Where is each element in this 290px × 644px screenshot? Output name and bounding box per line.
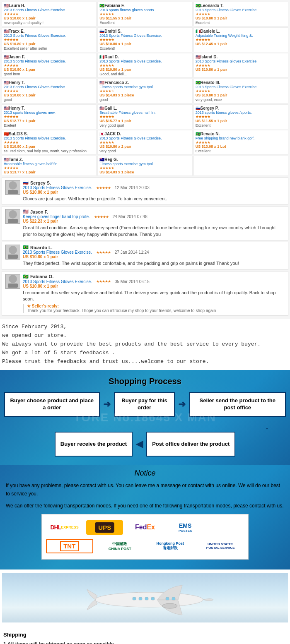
process-row-2: Post office deliver the product ◀ Buyer … xyxy=(4,432,286,457)
reviewer-name: Island D. xyxy=(201,55,218,59)
review-item: 🇺🇸Tracx E. 2013 Sports Fitness Gloves Ex… xyxy=(2,27,97,52)
intro-line5: Please trust the feedbacks and trust us.… xyxy=(2,358,288,366)
reviewer-flag: 🇯🇵 xyxy=(99,132,104,136)
product-name: Adjustable Training Weightlifting &. xyxy=(196,34,286,38)
review-item: 🇺🇸Laura H. 2013 Sports Fitness Gloves Ex… xyxy=(2,2,97,26)
large-review-fabiana: 🇧🇷 Fabiana O. 2013 Sports Fitness Gloves… xyxy=(2,271,288,316)
avatar xyxy=(5,180,20,195)
dhl-logo: DHL EXPRESS xyxy=(46,520,83,535)
review-item: 🇧🇷Renato III. 2013 Sports Fitness Gloves… xyxy=(193,79,288,103)
review-content: 🇧🇷 Ricardo L. 2013 Sports Fitness Gloves… xyxy=(23,245,285,267)
review-text: Exelent xyxy=(4,123,94,127)
reviewer-flag: 🇧🇷 xyxy=(99,3,104,8)
arrow-right-2: ➜ xyxy=(178,399,186,410)
review-text: good item xyxy=(4,72,94,76)
price: US $10.80 x 1 pair xyxy=(196,93,286,97)
reviewer-flag: 🇺🇸 xyxy=(4,29,9,34)
review-content: 🇷🇺 Sergey S. 2013 Sports Fitness Gloves … xyxy=(23,180,285,202)
reviews-section: 🇺🇸Laura H. 2013 Sports Fitness Gloves Ex… xyxy=(0,0,290,319)
reviewer-flag: 🇧🇷 xyxy=(23,245,29,250)
intro-line2: we opened our store. xyxy=(2,332,288,340)
stars: ★★★★★ xyxy=(4,12,94,16)
price: US $14.03 x 1 piece xyxy=(99,170,190,174)
notice-title: Notice xyxy=(6,469,284,478)
stars: ★★★★★ xyxy=(4,166,94,170)
reviewer-name: Gail L. xyxy=(104,106,117,111)
usps-logo: UNITED STATES POSTAL SERVICE xyxy=(197,539,244,553)
stars: ★★★★★ xyxy=(4,140,94,144)
shopping-process-section: TORE No.18645 X MAN Shopping Process Buy… xyxy=(0,370,290,465)
intro-text: Since February 2013, we opened our store… xyxy=(0,319,290,370)
reviewer-name: Francisco Z. xyxy=(104,80,129,85)
large-review-ricardo: 🇧🇷 Ricardo L. 2013 Sports Fitness Gloves… xyxy=(2,242,288,269)
product-name: 2013 sports fitness gloves new. xyxy=(4,111,94,115)
review-item: 🇧🇷Renato N. Free shipping brand new blan… xyxy=(193,130,288,155)
reviewer-name: Leonardo T. xyxy=(201,3,224,8)
stars: ★★★★★ xyxy=(196,140,286,144)
review-item: 🇲🇽Raul D. 2013 Sports Fitness Gloves Exe… xyxy=(97,53,192,78)
price: US $10.80 x 1 pair xyxy=(23,190,285,195)
svg-rect-1 xyxy=(133,597,136,600)
reviewer-name: JACK D. xyxy=(104,132,121,136)
process-box-4: Post office deliver the product xyxy=(146,432,235,457)
review-content: 🇺🇸 Jason F. Keeper gloves finger band to… xyxy=(23,209,285,238)
product-name: 2013 Sports Fitness Gloves Exercise. xyxy=(4,34,94,38)
notice-text-2: We can offer the following transportatio… xyxy=(6,502,284,510)
intro-line1: Since February 2013, xyxy=(2,323,288,332)
stars: ★★★★★ xyxy=(196,115,286,119)
reply-label: ★ Seller's reply: xyxy=(27,304,59,308)
price: US $11.55 x 1 pair xyxy=(196,119,286,123)
review-item: 🇺🇸Jason F. 2013 Sports Fitness Gloves Ex… xyxy=(2,53,97,78)
review-text: very good, exce xyxy=(196,98,286,102)
ems-logo: EMS POSTEX xyxy=(167,520,204,535)
price: US $12.77 x 1 pair xyxy=(4,119,94,123)
reviewer-name: Jason F. xyxy=(9,55,25,59)
reviewer-flag: 🇷🇺 xyxy=(23,180,29,185)
reviewer-name: Sergey S. xyxy=(30,180,51,185)
reviewer-flag: 🇧🇷 xyxy=(23,274,29,279)
review-text: sell red cloth, real help you, worth, ve… xyxy=(4,149,94,153)
product-name: Breathable Fitness gloves half fin. xyxy=(99,111,190,115)
svg-rect-5 xyxy=(166,597,169,600)
reviews-grid: 🇺🇸Laura H. 2013 Sports Fitness Gloves Ex… xyxy=(2,2,288,176)
intro-line3: We always want to provide the best produ… xyxy=(2,340,288,349)
stars: ★★★★★ xyxy=(99,63,190,67)
price: US $22.23 x 1 pair xyxy=(23,219,285,223)
product-name: 2013 Sports Fitness Gloves Exercise. xyxy=(23,279,92,284)
review-text: Excellent seller after seller xyxy=(4,46,94,50)
review-item: 🇷🇺Dmitri S. 2013 Sports Fitness Gloves E… xyxy=(97,27,192,52)
process-box-2: Buyer pay for this order xyxy=(114,392,175,417)
review-item xyxy=(193,156,288,176)
reviewer-name: Fabiana F. xyxy=(104,3,124,8)
reviewer-flag: 🇧🇷 xyxy=(196,80,201,85)
fedex-logo: FedEx xyxy=(126,520,163,535)
product-name: 2013 sports fitness gloves sports. xyxy=(99,8,190,12)
review-date: 27 Jan 2014 11:24 xyxy=(115,250,149,255)
reviewer-name: Laura H. xyxy=(9,3,25,8)
product-name: 2013 Sports Fitness Gloves Exercise. xyxy=(4,59,94,63)
large-review-sergey: 🇷🇺 Sergey S. 2013 Sports Fitness Gloves … xyxy=(2,177,288,205)
stars: ★★★★★ xyxy=(196,89,286,93)
price: US $10.80 x 1 pair xyxy=(4,93,94,97)
reviewer-name: Henry T. xyxy=(9,106,25,111)
shipping-logos-row2: TNT 中国邮政 CHINA POST Hongkong Post 香港郵政 U… xyxy=(46,539,244,553)
reviewer-flag: 🇧🇷 xyxy=(196,132,201,136)
product-name: Fitness sports exercise gym tpol. xyxy=(99,85,190,89)
svg-rect-6 xyxy=(172,597,175,600)
review-text: very good xyxy=(99,149,190,153)
shipping-point1: 1.All items will be shipped as soon as p… xyxy=(3,640,287,644)
process-title: Shopping Process xyxy=(4,377,286,386)
stars: ★★★★★ xyxy=(99,140,190,144)
reviewer-name: Reg G. xyxy=(104,157,118,162)
stars: ★★★★★ xyxy=(96,186,111,190)
reviewer-flag: 🇷🇺 xyxy=(196,106,201,111)
review-item: 🇮🇹Daniele L. Adjustable Training Weightl… xyxy=(193,27,288,52)
avatar xyxy=(5,209,20,224)
review-text: Excellent xyxy=(196,123,286,127)
review-item: 🇺🇸Henry T. 2013 sports fitness gloves ne… xyxy=(2,104,97,129)
reviewer-flag: 🇦🇺 xyxy=(99,157,104,162)
arrow-left-1: ◀ xyxy=(136,439,143,449)
process-box-1: Buyer choose product and place a order xyxy=(4,392,100,417)
product-name: Breathable fitness gloves half fin. xyxy=(4,162,94,166)
reviewer-name: SuLEl3 S. xyxy=(9,132,28,136)
